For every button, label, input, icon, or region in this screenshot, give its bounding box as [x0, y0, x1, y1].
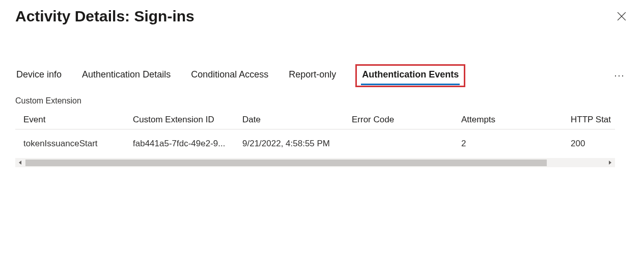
more-button[interactable]: ···: [610, 67, 629, 85]
cell-attempts: 2: [461, 139, 571, 149]
col-event[interactable]: Event: [23, 115, 133, 125]
cell-custom-extension-id: fab441a5-7fdc-49e2-9...: [133, 139, 242, 149]
svg-marker-3: [609, 161, 611, 165]
col-custom-extension-id[interactable]: Custom Extension ID: [133, 115, 242, 125]
cell-date: 9/21/2022, 4:58:55 PM: [242, 139, 352, 149]
cell-http-stat: 200: [571, 139, 629, 149]
ellipsis-icon: ···: [614, 70, 625, 81]
horizontal-scrollbar[interactable]: [15, 158, 615, 167]
tab-highlight: Authentication Events: [355, 64, 465, 87]
page-title: Activity Details: Sign-ins: [15, 7, 194, 25]
scroll-track[interactable]: [25, 160, 605, 166]
scroll-left-button[interactable]: [16, 159, 24, 167]
col-http-stat[interactable]: HTTP Stat: [571, 115, 629, 125]
events-table: Event Custom Extension ID Date Error Cod…: [15, 111, 615, 167]
scroll-thumb[interactable]: [25, 160, 547, 166]
tab-conditional-access[interactable]: Conditional Access: [190, 66, 269, 85]
tab-device-info[interactable]: Device info: [15, 66, 63, 85]
col-attempts[interactable]: Attempts: [461, 115, 571, 125]
table-header: Event Custom Extension ID Date Error Cod…: [15, 111, 615, 129]
close-icon: [617, 12, 626, 21]
section-title: Custom Extension: [15, 96, 629, 106]
chevron-left-icon: [18, 161, 22, 165]
chevron-right-icon: [608, 161, 612, 165]
cell-event: tokenIssuanceStart: [23, 139, 133, 149]
tab-report-only[interactable]: Report-only: [288, 66, 337, 85]
tab-authentication-events[interactable]: Authentication Events: [361, 66, 460, 85]
table-row[interactable]: tokenIssuanceStart fab441a5-7fdc-49e2-9.…: [15, 129, 615, 158]
close-button[interactable]: [614, 9, 629, 23]
svg-marker-2: [19, 161, 21, 165]
scroll-right-button[interactable]: [606, 159, 614, 167]
col-error-code[interactable]: Error Code: [352, 115, 461, 125]
tabs: Device info Authentication Details Condi…: [15, 64, 629, 87]
col-date[interactable]: Date: [242, 115, 352, 125]
tab-authentication-details[interactable]: Authentication Details: [81, 66, 172, 85]
